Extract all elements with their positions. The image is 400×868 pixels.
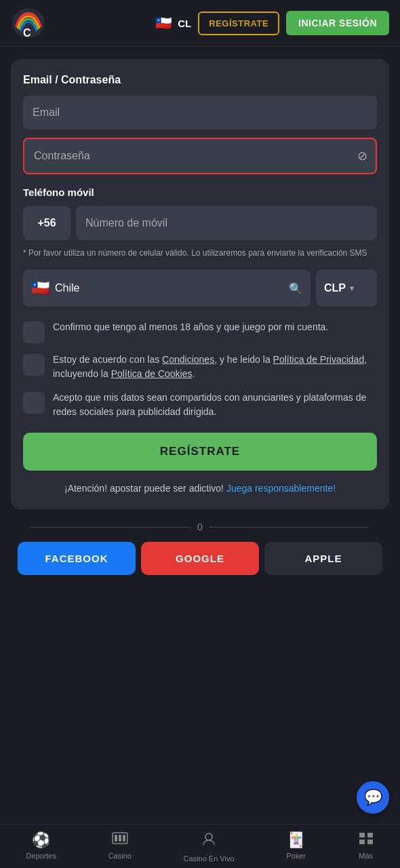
email-section-title: Email / Contraseña: [23, 74, 377, 86]
condiciones-link[interactable]: Condiciones: [162, 354, 214, 365]
phone-code[interactable]: +56: [23, 206, 71, 240]
checkbox-2[interactable]: [23, 354, 45, 376]
checkbox-1[interactable]: [23, 321, 45, 343]
register-button-main[interactable]: REGÍSTRATE: [23, 433, 377, 471]
social-row: FACEBOOK GOOGLE APPLE: [11, 542, 389, 575]
divider-line-left: [31, 527, 191, 528]
casino-icon: [112, 831, 128, 849]
nav-deportes[interactable]: ⚽ Deportes: [26, 831, 56, 863]
form-card: Email / Contraseña ⊘ Teléfono móvil +56 …: [11, 59, 389, 509]
nav-poker[interactable]: 🃏 Poker: [286, 831, 306, 863]
checkbox-section: Confirmo que tengo al menos 18 años y qu…: [23, 320, 377, 419]
nav-casino[interactable]: Casino: [108, 831, 132, 863]
chat-icon: 💬: [364, 789, 382, 806]
svg-rect-10: [367, 840, 373, 844]
deportes-icon: ⚽: [32, 831, 50, 849]
chile-flag: 🇨🇱: [153, 13, 174, 33]
svg-point-6: [205, 833, 212, 840]
divider-line-right: [209, 527, 369, 528]
country-name: Chile: [55, 282, 283, 294]
mas-icon: [358, 831, 374, 849]
facebook-button[interactable]: FACEBOOK: [18, 542, 136, 575]
country-selector[interactable]: 🇨🇱 CL: [153, 13, 191, 33]
logo[interactable]: C: [11, 7, 46, 39]
apple-button[interactable]: APPLE: [264, 542, 382, 575]
checkbox-row-3: Acepto que mis datos sean compartidos co…: [23, 391, 377, 419]
country-flag: 🇨🇱: [31, 279, 49, 297]
phone-input[interactable]: [76, 206, 377, 240]
search-icon: 🔍: [289, 282, 302, 295]
checkbox-2-text: Estoy de acuerdo con las Condiciones, y …: [53, 353, 377, 381]
svg-text:C: C: [23, 27, 31, 39]
privacidad-link[interactable]: Política de Privacidad: [273, 354, 365, 365]
main-content: Email / Contraseña ⊘ Teléfono móvil +56 …: [0, 47, 400, 597]
password-wrapper: ⊘: [23, 138, 377, 174]
phone-row: +56: [23, 206, 377, 240]
nav-mas[interactable]: Más: [358, 831, 374, 863]
svg-rect-9: [359, 840, 365, 844]
checkbox-3[interactable]: [23, 392, 45, 414]
checkbox-row-1: Confirmo que tengo al menos 18 años y qu…: [23, 320, 377, 343]
email-input[interactable]: [23, 96, 377, 130]
header: C 🇨🇱 CL REGÍSTRATE INICIAR SESIÓN: [0, 0, 400, 47]
chevron-down-icon: ▾: [350, 283, 354, 293]
divider-section: 0: [11, 521, 389, 532]
phone-section-title: Teléfono móvil: [23, 186, 377, 198]
sms-notice: * Por favor utiliza un número de celular…: [23, 247, 377, 259]
svg-rect-7: [359, 833, 365, 837]
svg-rect-3: [115, 835, 117, 842]
nav-casino-en-vivo[interactable]: Casino En Vivo: [184, 831, 235, 863]
bottom-nav: ⚽ Deportes Casino Casino En Vivo 🃏 Poker…: [0, 824, 400, 868]
checkbox-row-2: Estoy de acuerdo con las Condiciones, y …: [23, 353, 377, 381]
country-currency-row: 🇨🇱 Chile 🔍 CLP ▾: [23, 270, 377, 307]
divider-number: 0: [197, 521, 203, 532]
checkbox-3-text: Acepto que mis datos sean compartidos co…: [53, 391, 377, 419]
svg-rect-8: [367, 833, 373, 837]
svg-rect-5: [123, 835, 125, 842]
country-select-box[interactable]: 🇨🇱 Chile 🔍: [23, 270, 311, 307]
header-right: 🇨🇱 CL REGÍSTRATE INICIAR SESIÓN: [153, 11, 389, 35]
currency-text: CLP: [324, 282, 346, 294]
responsible-gaming-link[interactable]: Juega responsablemente!: [226, 483, 336, 494]
svg-rect-4: [119, 835, 121, 842]
login-button-header[interactable]: INICIAR SESIÓN: [286, 11, 389, 35]
chat-bubble-button[interactable]: 💬: [357, 781, 389, 814]
password-input[interactable]: [23, 138, 377, 174]
country-code: CL: [178, 18, 191, 29]
casino-vivo-icon: [201, 831, 217, 852]
google-button[interactable]: GOOGLE: [141, 542, 259, 575]
cookies-link[interactable]: Política de Cookies: [111, 368, 193, 379]
poker-icon: 🃏: [287, 831, 305, 849]
checkbox-1-text: Confirmo que tengo al menos 18 años y qu…: [53, 320, 328, 334]
register-button-header[interactable]: REGÍSTRATE: [198, 12, 279, 35]
warning-text: ¡Atención! apostar puede ser adictivo! J…: [23, 481, 377, 496]
eye-icon[interactable]: ⊘: [357, 149, 367, 163]
currency-select-box[interactable]: CLP ▾: [316, 270, 377, 307]
